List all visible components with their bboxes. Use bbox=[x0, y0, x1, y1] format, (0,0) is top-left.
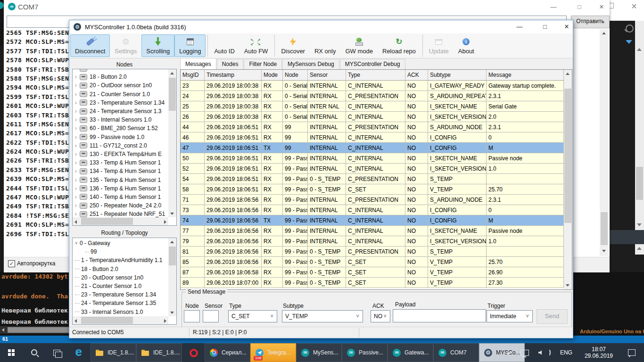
routing-tree-item[interactable]: 33 - Internal Sensors 1.0 bbox=[73, 308, 168, 316]
message-row[interactable]: 52 29.06.2019 18:06:51 RX 99 - Passiv IN… bbox=[181, 164, 564, 174]
expand-chevron-icon[interactable] bbox=[73, 134, 79, 140]
network-icon[interactable] bbox=[520, 350, 529, 356]
expand-chevron-icon[interactable] bbox=[73, 117, 79, 123]
node-tree-item[interactable]: 99 - Passive node 1.0 bbox=[73, 133, 168, 141]
expand-chevron-icon[interactable] bbox=[73, 108, 79, 114]
routing-tree-item[interactable]: 21 - Counter Sensor 1.0 bbox=[73, 282, 168, 290]
scrollbar-thumb[interactable] bbox=[81, 317, 133, 324]
expand-chevron-icon[interactable] bbox=[73, 194, 79, 200]
minimize-icon[interactable]: — bbox=[512, 21, 528, 33]
scroll-right-icon[interactable] bbox=[164, 319, 166, 323]
message-row[interactable]: 89 29.06.2019 18:07:00 RX 99 - Passiv 0 … bbox=[181, 278, 564, 288]
node-tree-item[interactable]: 136 - Temp & Hum Sensor 1 bbox=[73, 184, 168, 193]
scroll-up-icon[interactable] bbox=[602, 32, 606, 34]
message-row[interactable]: 87 29.06.2019 18:06:58 RX 99 - Passiv 0 … bbox=[181, 267, 564, 278]
node-tree-item[interactable]: 18 - Button 2.0 bbox=[73, 73, 168, 81]
toolbar-button[interactable]: GW mode bbox=[340, 34, 378, 57]
scrollbar-thumb[interactable] bbox=[81, 218, 133, 225]
toolbar-button[interactable]: Disconnect bbox=[70, 34, 110, 57]
scroll-up-icon[interactable] bbox=[637, 247, 642, 250]
taskbar-app[interactable]: COM7 bbox=[434, 344, 479, 362]
language-indicator[interactable]: ENG bbox=[560, 349, 572, 356]
maximize-icon[interactable]: □ bbox=[537, 21, 553, 33]
scroll-up-icon[interactable] bbox=[170, 241, 174, 243]
column-header[interactable]: ACK bbox=[405, 70, 428, 80]
node-tree-item[interactable]: 133 - Temp & Hum Sensor 1 bbox=[73, 158, 168, 167]
message-row[interactable]: 24 29.06.2019 18:00:38 RX 0 - Serial G I… bbox=[181, 91, 564, 101]
message-row[interactable]: 47 29.06.2019 18:06:51 TX 99 INTERNAL C_… bbox=[181, 143, 564, 153]
table-vscrollbar[interactable] bbox=[564, 70, 572, 289]
send-button[interactable]: Send bbox=[537, 309, 568, 324]
expand-chevron-icon[interactable] bbox=[73, 74, 79, 80]
message-row[interactable]: 85 29.06.2019 18:06:56 RX 99 - Passiv 0 … bbox=[181, 257, 564, 267]
taskbar-app[interactable]: Gatewa... bbox=[388, 344, 433, 362]
message-row[interactable]: 81 29.06.2019 18:06:56 RX 99 - Passiv 0 … bbox=[181, 247, 564, 257]
taskbar-app[interactable]: IDE_1.8.... bbox=[91, 344, 136, 362]
taskbar-app[interactable] bbox=[182, 344, 204, 362]
expand-chevron-icon[interactable] bbox=[73, 82, 79, 88]
type-select[interactable]: C_SET bbox=[228, 310, 277, 322]
expand-chevron-icon[interactable] bbox=[73, 100, 79, 106]
message-row[interactable]: 23 29.06.2019 18:00:38 RX 0 - Serial G I… bbox=[181, 81, 564, 91]
message-row[interactable]: 74 29.06.2019 18:06:56 TX 99 - Passiv IN… bbox=[181, 215, 564, 226]
scroll-down-icon[interactable] bbox=[602, 250, 606, 252]
toolbar-button[interactable]: Update bbox=[422, 34, 454, 57]
column-header[interactable]: Type bbox=[346, 70, 405, 80]
column-header[interactable]: Sensor bbox=[308, 70, 346, 80]
column-header[interactable]: Timestamp bbox=[205, 70, 262, 80]
tab[interactable]: Nodes bbox=[217, 59, 244, 69]
volume-icon[interactable] bbox=[538, 350, 543, 355]
scroll-left-icon[interactable] bbox=[74, 319, 77, 323]
expand-chevron-icon[interactable] bbox=[73, 211, 79, 217]
message-row[interactable]: 58 29.06.2019 18:06:51 RX 99 - Passiv 0 … bbox=[181, 184, 564, 195]
taskbar-app[interactable]: Сериал... bbox=[205, 344, 250, 362]
message-row[interactable]: 79 29.06.2019 18:06:56 RX 99 - Passiv IN… bbox=[181, 236, 564, 247]
app-titlebar[interactable]: ⚙ MYSController 1.0.0beta (build 3316) —… bbox=[69, 20, 573, 33]
expand-chevron-icon[interactable] bbox=[73, 168, 79, 174]
scrollbar-thumb[interactable] bbox=[169, 247, 176, 265]
routing-vscrollbar[interactable] bbox=[168, 238, 176, 316]
routing-tree-item[interactable]: 20 - OutDoor sensor 1n0 bbox=[73, 273, 168, 282]
ack-select[interactable]: NO bbox=[371, 310, 390, 322]
routing-tree-item[interactable]: 23 - Temperature Sensor 1.34 bbox=[73, 290, 168, 299]
column-header[interactable]: Node bbox=[283, 70, 308, 80]
nodes-vscrollbar[interactable] bbox=[168, 69, 176, 217]
column-header[interactable]: Subtype bbox=[428, 70, 487, 80]
ide-scrollbar[interactable] bbox=[635, 21, 644, 255]
serial-monitor-magnifier-icon[interactable] bbox=[626, 25, 634, 33]
scrollbar-thumb[interactable] bbox=[169, 78, 176, 111]
taskbar-app[interactable]: IDE_1.8.... bbox=[137, 344, 182, 362]
taskbar-app[interactable]: Passive... bbox=[342, 344, 387, 362]
scrollbar-thumb[interactable] bbox=[8, 327, 69, 333]
scroll-up-icon[interactable] bbox=[170, 72, 174, 74]
taskbar-app[interactable] bbox=[68, 344, 90, 362]
node-tree-item[interactable] bbox=[73, 69, 168, 73]
node-tree-item[interactable]: 20 - OutDoor sensor 1n0 bbox=[73, 81, 168, 90]
message-row[interactable]: 73 29.06.2019 18:06:56 RX 99 - Passiv IN… bbox=[181, 205, 564, 215]
maximize-icon[interactable]: □ bbox=[572, 2, 586, 12]
scroll-down-icon[interactable] bbox=[566, 284, 570, 287]
routing-tree-item[interactable]: 18 - Button 2.0 bbox=[73, 265, 168, 273]
toolbar-button[interactable]: Auto FW bbox=[239, 34, 273, 57]
node-field[interactable] bbox=[184, 310, 200, 322]
expand-chevron-icon[interactable] bbox=[73, 143, 79, 148]
node-tree-item[interactable]: 24 - Temperature Sensor 1.3 bbox=[73, 107, 168, 115]
scrollbar-thumb[interactable] bbox=[564, 89, 571, 223]
message-row[interactable]: 44 29.06.2019 18:06:51 RX 99 INTERNAL C_… bbox=[181, 122, 564, 132]
routing-hscrollbar[interactable] bbox=[73, 316, 168, 324]
toolbar-button[interactable]: RX only bbox=[310, 34, 341, 57]
routing-tree-item[interactable]: 0 - Gateway bbox=[73, 239, 168, 247]
action-center-icon[interactable] bbox=[628, 349, 636, 356]
scroll-down-icon[interactable] bbox=[170, 312, 174, 314]
scroll-right-icon[interactable] bbox=[164, 220, 166, 224]
toolbar-button[interactable]: Logging bbox=[174, 34, 206, 57]
node-tree-item[interactable]: 130 - EFEKTA Temp&Hum E bbox=[73, 150, 168, 158]
routing-tree-item[interactable]: 24 - Temperature Sensor 1.35 bbox=[73, 299, 168, 307]
close-icon[interactable]: ✕ bbox=[559, 21, 575, 33]
tab[interactable]: Filter Node bbox=[244, 59, 282, 69]
clock[interactable]: 18:07 29.06.2019 bbox=[585, 346, 613, 359]
expand-chevron-icon[interactable] bbox=[73, 186, 79, 191]
expand-chevron-icon[interactable] bbox=[73, 203, 79, 208]
message-row[interactable]: 46 29.06.2019 18:06:51 RX 99 INTERNAL C_… bbox=[181, 132, 564, 143]
toolbar-button[interactable]: Settings bbox=[110, 34, 141, 57]
